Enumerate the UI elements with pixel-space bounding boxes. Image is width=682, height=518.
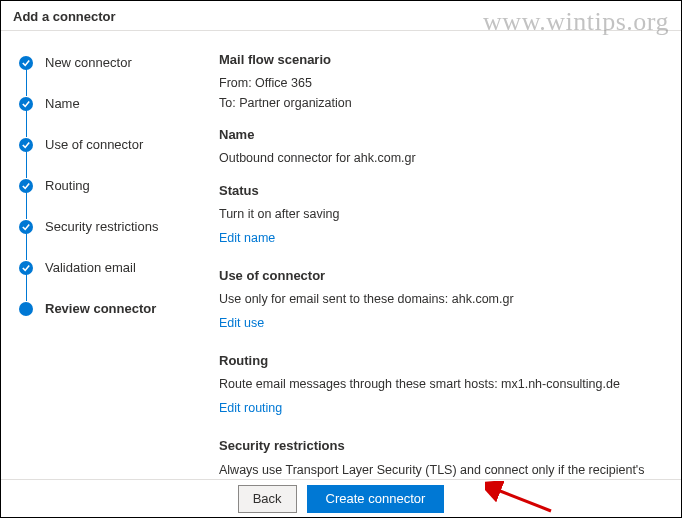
step-label: Name — [45, 96, 80, 111]
review-panel: Mail flow scenario From: Office 365 To: … — [201, 31, 681, 477]
step-label: Security restrictions — [45, 219, 158, 234]
mailflow-to: To: Partner organization — [219, 95, 663, 113]
mailflow-heading: Mail flow scenario — [219, 51, 663, 69]
step-name[interactable]: Name — [19, 96, 189, 137]
step-review-connector[interactable]: Review connector — [19, 301, 189, 316]
use-heading: Use of connector — [219, 267, 663, 285]
step-new-connector[interactable]: New connector — [19, 55, 189, 96]
content-body: New connector Name Use of connector Rout… — [1, 31, 681, 477]
wizard-sidebar: New connector Name Use of connector Rout… — [1, 31, 201, 477]
edit-name-link[interactable]: Edit name — [219, 230, 275, 248]
step-label: Validation email — [45, 260, 136, 275]
routing-value: Route email messages through these smart… — [219, 376, 663, 394]
step-validation-email[interactable]: Validation email — [19, 260, 189, 301]
step-label: New connector — [45, 55, 132, 70]
check-icon — [19, 56, 33, 70]
check-icon — [19, 261, 33, 275]
security-heading: Security restrictions — [219, 437, 663, 455]
name-heading: Name — [219, 126, 663, 144]
footer-bar: Back Create connector — [1, 479, 681, 517]
step-label: Use of connector — [45, 137, 143, 152]
back-button[interactable]: Back — [238, 485, 297, 513]
edit-use-link[interactable]: Edit use — [219, 315, 264, 333]
routing-heading: Routing — [219, 352, 663, 370]
step-use-of-connector[interactable]: Use of connector — [19, 137, 189, 178]
status-value: Turn it on after saving — [219, 206, 663, 224]
check-icon — [19, 179, 33, 193]
step-security-restrictions[interactable]: Security restrictions — [19, 219, 189, 260]
create-connector-button[interactable]: Create connector — [307, 485, 445, 513]
step-label: Review connector — [45, 301, 156, 316]
check-icon — [19, 97, 33, 111]
check-icon — [19, 220, 33, 234]
page-title: Add a connector — [1, 1, 681, 31]
step-routing[interactable]: Routing — [19, 178, 189, 219]
use-value: Use only for email sent to these domains… — [219, 291, 663, 309]
current-step-icon — [19, 302, 33, 316]
status-heading: Status — [219, 182, 663, 200]
check-icon — [19, 138, 33, 152]
name-value: Outbound connector for ahk.com.gr — [219, 150, 663, 168]
mailflow-from: From: Office 365 — [219, 75, 663, 93]
security-value: Always use Transport Layer Security (TLS… — [219, 462, 663, 477]
edit-routing-link[interactable]: Edit routing — [219, 400, 282, 418]
step-label: Routing — [45, 178, 90, 193]
